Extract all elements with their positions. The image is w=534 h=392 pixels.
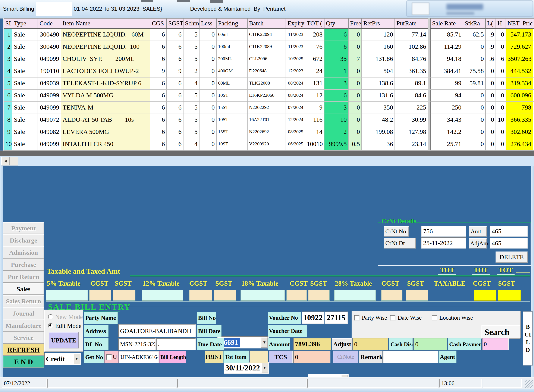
- crnt-no-input[interactable]: 756: [421, 226, 466, 237]
- tax-amount-box[interactable]: [381, 290, 403, 301]
- sidebar-item-journal[interactable]: Journal: [3, 307, 44, 319]
- sidebar-item-service[interactable]: Service: [3, 331, 44, 344]
- table-cell: 3: [4, 53, 12, 65]
- status-panel: [307, 379, 438, 388]
- print-button[interactable]: PRINT: [205, 350, 223, 363]
- tax-amount-box[interactable]: [286, 290, 307, 301]
- gst-u-checkbox[interactable]: [106, 355, 112, 360]
- table-cell: 049039: [38, 78, 61, 90]
- background-window-fragment: [141, 0, 153, 2]
- remark-input[interactable]: [383, 350, 438, 363]
- table-row[interactable]: 3Sale049099CHOLIV SYP. 200ML6650200MLCLL…: [4, 53, 534, 65]
- cash-disc-value[interactable]: 0: [413, 338, 447, 350]
- column-header: PurRate: [395, 18, 428, 29]
- status-time: 13:06: [439, 379, 482, 388]
- chevron-down-icon[interactable]: ▼: [73, 354, 80, 364]
- bill-no-select[interactable]: 16691▼: [217, 336, 269, 348]
- chevron-down-icon[interactable]: ▼: [261, 337, 268, 348]
- dl-no-input-2[interactable]: .: [156, 338, 196, 350]
- table-cell: .9: [486, 41, 496, 53]
- dl-no-input[interactable]: MSN-221S-322: [118, 338, 156, 350]
- table-cell: 59.81: [463, 78, 486, 90]
- table-row[interactable]: 9Sale049082LEVERA 500MG665015STN22026920…: [4, 126, 534, 138]
- tax-amount-box[interactable]: [406, 290, 428, 301]
- tax-label: CGST: [381, 280, 399, 287]
- adjam-input[interactable]: 465: [490, 238, 528, 248]
- sidebar-item-discharge[interactable]: Discharge: [3, 234, 44, 246]
- build-letter: B: [526, 323, 530, 331]
- tax-amount-box[interactable]: [474, 290, 497, 301]
- table-row[interactable]: 5Sale049039TELEKAST-L-KID-SYRUP 6664060M…: [4, 78, 534, 90]
- amount-value[interactable]: 7891.396: [293, 338, 331, 350]
- chevron-down-icon[interactable]: ▼: [261, 363, 268, 373]
- table-cell: 0: [349, 78, 362, 90]
- tax-amount-box[interactable]: [240, 290, 285, 301]
- update-button[interactable]: UPDATE: [49, 332, 79, 348]
- table-cell: F: [533, 114, 534, 126]
- table-row[interactable]: 7Sale049099TENIVA-M665015STN220229207/20…: [4, 102, 534, 114]
- tax-amount-box[interactable]: [89, 290, 111, 301]
- tcs-value[interactable]: 0: [293, 350, 330, 363]
- sidebar-item-manufacture[interactable]: Manufacture: [3, 319, 44, 331]
- party-wise-check[interactable]: [354, 315, 360, 321]
- end-button[interactable]: E N D: [3, 356, 44, 368]
- amt-input[interactable]: 465: [490, 226, 528, 237]
- build-button[interactable]: BUILD: [523, 311, 533, 365]
- sidebar-item-pur-return[interactable]: Pur Return: [3, 271, 44, 283]
- table-row[interactable]: 1Sale300490NEOPEPTINE LIQUID. 60M665060m…: [4, 29, 534, 41]
- table-cell: Sale: [12, 65, 38, 78]
- search-button[interactable]: Search: [484, 327, 521, 338]
- adjust-value[interactable]: 0: [352, 338, 388, 350]
- new-mode-radio[interactable]: [48, 314, 53, 319]
- cash-payment-value[interactable]: 0: [482, 338, 509, 350]
- location-wise-check[interactable]: [432, 315, 437, 321]
- tax-amount-box[interactable]: [334, 290, 376, 301]
- tax-amount-box[interactable]: [214, 290, 236, 301]
- table-cell: 444.532: [506, 65, 533, 78]
- bill-date-select[interactable]: 30/11/2022▼: [224, 362, 269, 374]
- tax-amount-box[interactable]: [46, 290, 88, 301]
- sidebar-item-purchase[interactable]: Purchase: [3, 259, 44, 271]
- table-row[interactable]: 2Sale300490NEOPEPTINE LIQUID. 1006650100…: [4, 41, 534, 53]
- table-row[interactable]: 8Sale049072ALDO-AT 50 TAB 10s665010ST16A…: [4, 114, 534, 126]
- table-cell: 504: [362, 65, 395, 78]
- tax-amount-box[interactable]: [142, 290, 183, 301]
- title-bar: Smart Billing { 01-04-2022 To 31-03-2023…: [0, 0, 534, 19]
- date-wise-check[interactable]: [390, 315, 396, 321]
- sidebar-item-payment[interactable]: Payment: [3, 222, 44, 234]
- gst-no-input[interactable]: UIN-ADKF36164: [119, 351, 159, 363]
- voucher-no-2[interactable]: 27115: [325, 312, 348, 324]
- voucher-no-1[interactable]: 10922: [302, 312, 324, 324]
- edit-mode-radio[interactable]: [48, 323, 53, 328]
- horizontal-scrollbar[interactable]: ◄: [0, 156, 534, 166]
- resize-grip[interactable]: [525, 380, 533, 388]
- tcs-label[interactable]: TCS: [269, 350, 293, 363]
- crnote-button[interactable]: CrNote: [333, 350, 358, 363]
- tax-amount-box[interactable]: [189, 290, 212, 301]
- sidebar-item-sales[interactable]: Sales: [3, 283, 44, 295]
- sidebar-item-sales-return[interactable]: Sales Return: [3, 295, 44, 307]
- column-header: RetPrs: [362, 18, 395, 29]
- credit-select[interactable]: Credit ▼: [44, 353, 81, 365]
- tax-amount-box[interactable]: [308, 290, 330, 301]
- crnt-dt-input[interactable]: 25-11-2022: [421, 238, 466, 248]
- table-cell: 199.08: [362, 126, 395, 138]
- scroll-left-button[interactable]: ◄: [1, 157, 10, 165]
- table-row[interactable]: 6Sale049099VYLDA M 500MG665010STE16KP220…: [4, 90, 534, 102]
- scroll-thumb[interactable]: [10, 157, 18, 165]
- refresh-button[interactable]: REFRESH: [3, 344, 44, 356]
- table-cell: 6: [167, 114, 183, 126]
- tot-item-value[interactable]: [249, 350, 268, 363]
- table-cell: 600.096: [506, 90, 533, 102]
- table-row[interactable]: 4Sale190110LACTODEX FOLLOWUP-29920400GMD…: [4, 65, 534, 78]
- tax-amount-box[interactable]: [498, 290, 521, 301]
- table-row[interactable]: 10Sale049099INTALITH CR 450664010STV2200…: [4, 138, 534, 150]
- table-cell: 6: [324, 90, 349, 102]
- tax-amount-box[interactable]: [113, 290, 136, 301]
- table-cell: 36: [362, 138, 395, 150]
- address-input[interactable]: GOALTORE-BALIBANDH: [118, 325, 196, 337]
- sidebar-item-admission[interactable]: Admission: [3, 246, 44, 259]
- delete-button[interactable]: DELETE: [496, 252, 528, 263]
- table-cell: 302.602: [506, 126, 533, 138]
- voucher-no-label: Voucher No: [268, 312, 301, 324]
